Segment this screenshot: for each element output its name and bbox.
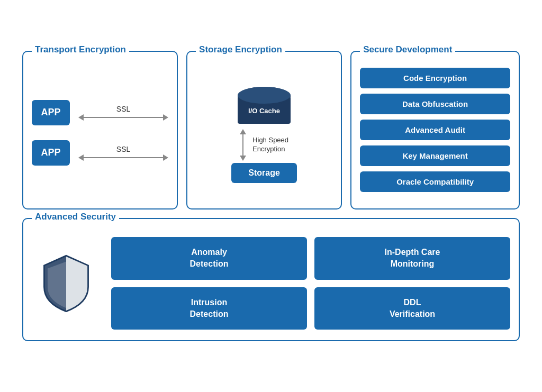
feature-advanced-audit: Advanced Audit bbox=[360, 120, 510, 140]
feature-oracle-compatibility: Oracle Compatibility bbox=[360, 171, 510, 192]
shield-svg bbox=[34, 252, 98, 315]
encryption-label: High SpeedEncryption bbox=[252, 136, 288, 154]
feature-code-encryption: Code Encryption bbox=[360, 68, 510, 88]
arrow-right-1 bbox=[163, 114, 168, 121]
ssl-arrow-2: SSL bbox=[78, 145, 168, 161]
arrow-left-1 bbox=[78, 114, 84, 121]
ssl-row-2: APP SSL bbox=[32, 140, 168, 166]
shield-icon-container bbox=[32, 252, 101, 315]
ddl-verification-box: DDLVerification bbox=[314, 287, 510, 330]
feature-key-management: Key Management bbox=[360, 145, 510, 166]
arrow-left-2 bbox=[78, 154, 84, 161]
transport-encryption-panel: Transport Encryption APP SSL APP SSL bbox=[22, 51, 178, 209]
arrow-line-2 bbox=[84, 157, 163, 158]
bottom-row: Advanced Security bbox=[22, 218, 520, 342]
v-arrowhead-up bbox=[240, 129, 246, 134]
v-arrowhead-down bbox=[240, 156, 246, 161]
security-grid: AnomalyDetection In-Depth CareMonitoring… bbox=[111, 237, 510, 330]
ssl-label-1: SSL bbox=[116, 105, 130, 113]
app-box-1: APP bbox=[32, 100, 70, 125]
svg-point-2 bbox=[238, 87, 291, 104]
intrusion-detection-box: IntrusionDetection bbox=[111, 287, 307, 330]
storage-title: Storage Encryption bbox=[196, 44, 285, 55]
feature-data-obfuscation: Data Obfuscation bbox=[360, 94, 510, 114]
advanced-title: Advanced Security bbox=[32, 212, 119, 222]
storage-encryption-panel: Storage Encryption I/O Cache bbox=[186, 51, 342, 209]
in-depth-care-box: In-Depth CareMonitoring bbox=[314, 237, 510, 280]
anomaly-detection-box: AnomalyDetection bbox=[111, 237, 307, 280]
arrow-right-2 bbox=[163, 154, 168, 161]
app-box-2: APP bbox=[32, 140, 70, 166]
ssl-label-2: SSL bbox=[116, 145, 130, 153]
ssl-row-1: APP SSL bbox=[32, 100, 168, 125]
vertical-arrow-container: High SpeedEncryption bbox=[240, 129, 288, 161]
double-arrow-1 bbox=[78, 114, 168, 121]
diagram-container: Transport Encryption APP SSL APP SSL bbox=[12, 40, 530, 352]
v-line-wrap bbox=[240, 129, 246, 161]
storage-box: Storage bbox=[231, 163, 297, 183]
svg-rect-4 bbox=[66, 252, 95, 315]
double-arrow-2 bbox=[78, 154, 168, 161]
secure-development-panel: Secure Development Code Encryption Data … bbox=[350, 51, 520, 209]
db-svg: I/O Cache bbox=[235, 86, 293, 128]
secure-title: Secure Development bbox=[360, 44, 455, 55]
transport-title: Transport Encryption bbox=[32, 44, 129, 55]
ssl-arrow-1: SSL bbox=[78, 105, 168, 121]
arrow-line-1 bbox=[84, 117, 163, 118]
database-icon: I/O Cache bbox=[235, 86, 293, 128]
advanced-security-panel: Advanced Security bbox=[22, 218, 520, 342]
v-line bbox=[242, 134, 243, 156]
top-row: Transport Encryption APP SSL APP SSL bbox=[22, 51, 520, 209]
svg-text:I/O Cache: I/O Cache bbox=[248, 107, 280, 115]
